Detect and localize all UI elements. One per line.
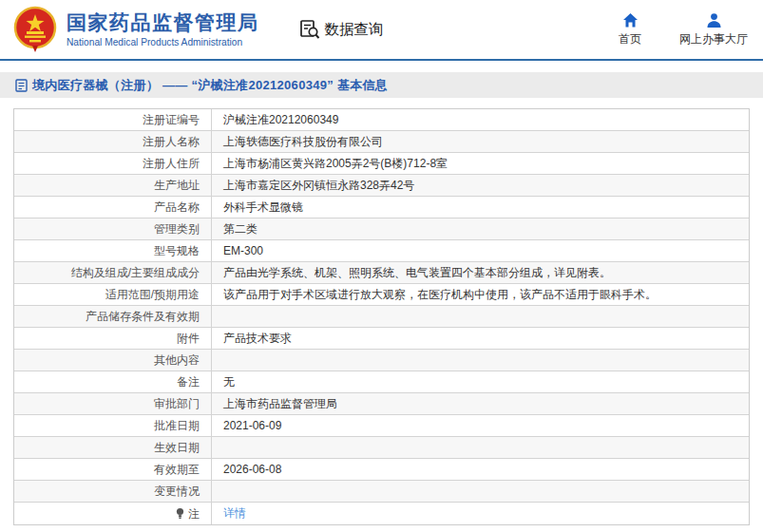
row-label: 其他内容 <box>14 350 212 370</box>
row-value: 产品技术要求 <box>212 328 749 349</box>
row-value <box>212 306 749 327</box>
registration-detail-table: 注册证编号 沪械注准20212060349 注册人名称 上海轶德医疗科技股份有限… <box>13 108 750 525</box>
table-row: 适用范围/预期用途 该产品用于对手术区域进行放大观察，在医疗机构中使用，该产品不… <box>14 284 749 306</box>
page-title: 境内医疗器械（注册） —— “沪械注准20212060349” 基本信息 <box>32 77 388 94</box>
nav-item-home[interactable]: 首页 <box>613 12 647 48</box>
row-value: EM-300 <box>212 240 749 261</box>
table-row: 其他内容 <box>14 350 749 371</box>
row-label: 产品名称 <box>14 197 212 218</box>
nav-item-service-hall[interactable]: 网上办事大厅 <box>679 12 748 48</box>
row-label: 备注 <box>14 371 212 392</box>
breadcrumb-bar: 境内医疗器械（注册） —— “沪械注准20212060349” 基本信息 <box>0 72 763 98</box>
row-label: 生效日期 <box>14 437 212 458</box>
bulb-icon <box>175 507 185 520</box>
row-value: 上海市嘉定区外冈镇恒永路328弄42号 <box>212 175 749 196</box>
row-value: 外科手术显微镜 <box>212 197 749 218</box>
table-row: 审批部门 上海市药品监督管理局 <box>14 393 749 415</box>
data-query-section[interactable]: 数据查询 <box>299 19 384 40</box>
row-label: 注 <box>14 503 212 524</box>
row-value: 上海市杨浦区黄兴路2005弄2号(B楼)712-8室 <box>212 153 749 174</box>
row-label: 型号规格 <box>14 240 212 261</box>
table-row-note: 注 详情 <box>14 503 749 524</box>
table-row: 产品名称 外科手术显微镜 <box>14 197 749 218</box>
table-row: 备注 无 <box>14 371 749 393</box>
table-row: 生效日期 <box>14 437 749 459</box>
table-row: 有效期至 2026-06-08 <box>14 459 749 481</box>
row-label: 变更情况 <box>14 481 212 502</box>
row-value: 2021-06-09 <box>212 415 749 436</box>
row-value: 无 <box>212 371 749 392</box>
data-query-label: 数据查询 <box>325 20 384 40</box>
table-row: 型号规格 EM-300 <box>14 240 749 262</box>
row-label: 审批部门 <box>14 393 212 414</box>
row-label: 注册人住所 <box>14 153 212 174</box>
row-label: 有效期至 <box>14 459 212 480</box>
row-label: 产品储存条件及有效期 <box>14 306 212 327</box>
row-value <box>212 350 749 370</box>
table-row: 管理类别 第二类 <box>14 218 749 240</box>
table-row: 注册人住所 上海市杨浦区黄兴路2005弄2号(B楼)712-8室 <box>14 153 749 175</box>
row-value: 该产品用于对手术区域进行放大观察，在医疗机构中使用，该产品不适用于眼科手术。 <box>212 284 749 305</box>
table-row: 变更情况 <box>14 481 749 503</box>
table-row: 产品储存条件及有效期 <box>14 306 749 328</box>
row-value: 详情 <box>212 503 749 524</box>
row-label: 注册人名称 <box>14 131 212 152</box>
home-icon <box>622 12 639 28</box>
table-row: 注册证编号 沪械注准20212060349 <box>14 109 749 131</box>
row-value: 上海市药品监督管理局 <box>212 393 749 414</box>
row-label: 管理类别 <box>14 218 212 239</box>
row-value <box>212 437 749 458</box>
nav-label-service-hall: 网上办事大厅 <box>679 31 748 48</box>
row-value: 2026-06-08 <box>212 459 749 480</box>
nav-label-home: 首页 <box>619 31 641 48</box>
row-value: 沪械注准20212060349 <box>212 109 749 130</box>
header: 国家药品监督管理局 National Medical Products Admi… <box>0 0 763 61</box>
row-value: 上海轶德医疗科技股份有限公司 <box>212 131 749 152</box>
row-label: 附件 <box>14 328 212 349</box>
row-value: 第二类 <box>212 218 749 239</box>
header-nav: 首页 网上办事大厅 <box>613 12 748 48</box>
row-label-text: 注 <box>188 504 200 524</box>
document-search-icon <box>299 19 320 40</box>
table-row: 注册人名称 上海轶德医疗科技股份有限公司 <box>14 131 749 153</box>
site-subtitle: National Medical Products Administration <box>67 37 259 48</box>
brand-block: 国家药品监督管理局 National Medical Products Admi… <box>67 11 259 47</box>
user-icon <box>706 12 722 28</box>
table-row: 附件 产品技术要求 <box>14 328 749 350</box>
table-row: 结构及组成/主要组成成分 产品由光学系统、机架、照明系统、电气装置四个基本部分组… <box>14 262 749 284</box>
national-emblem-logo[interactable] <box>13 6 57 53</box>
table-row: 批准日期 2021-06-09 <box>14 415 749 437</box>
row-label: 注册证编号 <box>14 109 212 130</box>
row-label: 适用范围/预期用途 <box>14 284 212 305</box>
row-value: 产品由光学系统、机架、照明系统、电气装置四个基本部分组成，详见附表。 <box>212 262 749 283</box>
row-label: 批准日期 <box>14 415 212 436</box>
details-link[interactable]: 详情 <box>223 506 246 520</box>
site-title: 国家药品监督管理局 <box>67 11 259 34</box>
table-row: 生产地址 上海市嘉定区外冈镇恒永路328弄42号 <box>14 175 749 197</box>
row-label: 生产地址 <box>14 175 212 196</box>
document-icon <box>15 79 28 92</box>
row-value <box>212 481 749 502</box>
row-label: 结构及组成/主要组成成分 <box>14 262 212 283</box>
